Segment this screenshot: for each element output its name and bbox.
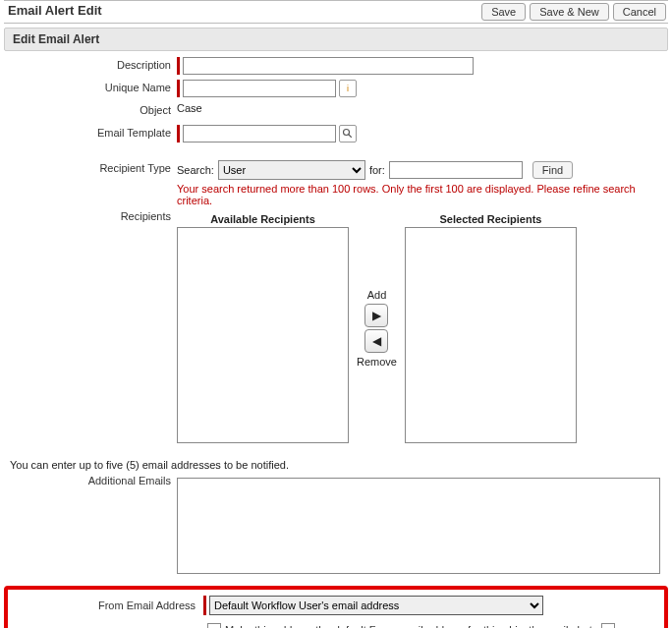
- object-label: Object: [4, 102, 177, 116]
- svg-point-0: [344, 130, 350, 136]
- additional-emails-note: You can enter up to five (5) email addre…: [4, 459, 668, 471]
- default-from-note: Make this address the default From email…: [225, 624, 597, 629]
- recipients-label: Recipients: [4, 208, 177, 222]
- from-email-select[interactable]: Default Workflow User's email address: [209, 596, 543, 615]
- for-label: for:: [369, 164, 385, 176]
- recipient-type-label: Recipient Type: [4, 160, 177, 174]
- remove-button[interactable]: ◀: [364, 329, 388, 353]
- page-title: Email Alert Edit: [4, 3, 102, 18]
- description-input[interactable]: [183, 57, 474, 75]
- additional-emails-label: Additional Emails: [4, 473, 177, 486]
- unique-name-input[interactable]: [183, 80, 336, 97]
- default-from-checkbox[interactable]: [207, 623, 221, 628]
- email-template-input[interactable]: [183, 125, 336, 143]
- unique-name-help-icon[interactable]: i: [339, 80, 357, 97]
- from-email-highlight-box: From Email Address Default Workflow User…: [4, 586, 668, 628]
- required-marker: [177, 80, 180, 97]
- from-email-label: From Email Address: [14, 599, 203, 611]
- required-marker: [177, 125, 180, 143]
- cancel-button[interactable]: Cancel: [613, 3, 666, 21]
- default-from-trailing-box: [601, 623, 615, 628]
- add-label: Add: [367, 289, 387, 301]
- available-recipients-title: Available Recipients: [210, 213, 315, 225]
- section-header: Edit Email Alert: [4, 28, 668, 51]
- search-for-input[interactable]: [389, 161, 523, 179]
- save-button[interactable]: Save: [481, 3, 526, 21]
- remove-label: Remove: [357, 356, 397, 368]
- available-recipients-list[interactable]: [177, 227, 349, 443]
- required-marker: [177, 57, 180, 75]
- additional-emails-input[interactable]: [177, 478, 660, 574]
- search-label: Search:: [177, 164, 214, 176]
- description-label: Description: [4, 57, 177, 71]
- add-button[interactable]: ▶: [364, 304, 388, 327]
- search-type-select[interactable]: User: [218, 160, 365, 180]
- svg-line-1: [349, 135, 352, 138]
- selected-recipients-list[interactable]: [405, 227, 577, 443]
- arrow-right-icon: ▶: [372, 310, 381, 321]
- search-warning: Your search returned more than 100 rows.…: [4, 183, 668, 206]
- email-template-label: Email Template: [4, 125, 177, 139]
- email-template-lookup-icon[interactable]: [339, 125, 357, 143]
- selected-recipients-title: Selected Recipients: [440, 213, 542, 225]
- arrow-left-icon: ◀: [372, 335, 381, 347]
- object-value: Case: [177, 102, 202, 114]
- required-marker: [203, 596, 206, 615]
- save-and-new-button[interactable]: Save & New: [530, 3, 609, 21]
- find-button[interactable]: Find: [532, 161, 573, 179]
- unique-name-label: Unique Name: [4, 80, 177, 93]
